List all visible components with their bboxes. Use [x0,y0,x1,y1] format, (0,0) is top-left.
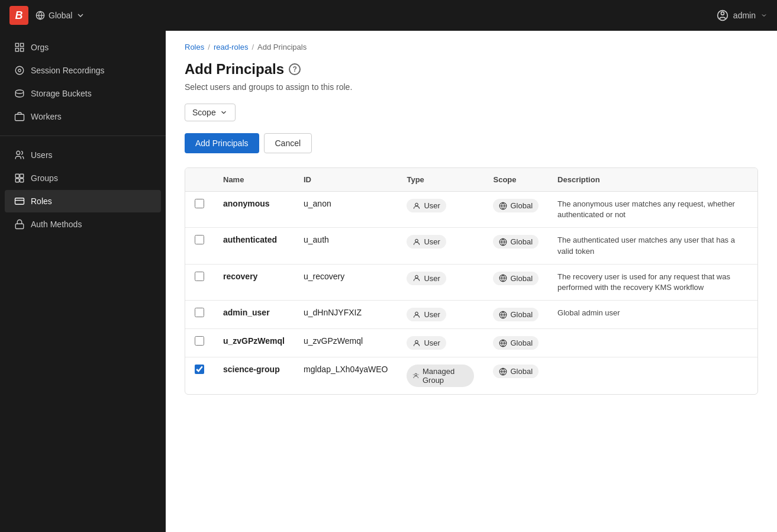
globe-scope-icon [499,202,507,210]
session-recordings-icon [14,65,25,76]
type-badge: User [407,308,446,321]
global-selector[interactable]: Global [36,11,85,20]
svg-rect-16 [15,198,24,205]
svg-rect-18 [15,224,24,228]
workers-icon [14,111,25,122]
row-description: Global admin user [548,301,757,329]
svg-rect-10 [15,114,24,121]
row-description: The authenticated user matches any user … [548,228,757,264]
row-checkbox[interactable] [195,308,204,317]
row-checkbox-cell [185,264,214,300]
table-row: authenticatedu_authUserGlobalThe authent… [185,228,757,264]
principals-table: Name ID Type Scope Description anonymous… [185,168,757,394]
row-checkbox[interactable] [195,365,204,374]
row-id: u_dHnNJYFXIZ [294,301,397,329]
sidebar-label-roles: Roles [31,196,52,206]
globe-icon [36,11,45,20]
row-scope: Global [483,301,548,329]
sidebar-label-orgs: Orgs [31,43,49,52]
svg-rect-7 [21,49,24,51]
type-badge: User [407,272,446,285]
row-scope: Global [483,264,548,300]
scope-badge: Global [493,365,539,378]
row-name: recovery [214,264,294,300]
table-body: anonymousu_anonUserGlobalThe anonymous u… [185,192,757,395]
cancel-button[interactable]: Cancel [264,133,312,153]
storage-buckets-icon [14,88,25,99]
table-row: u_zvGPzWemqlu_zvGPzWemqlUserGlobal [185,329,757,357]
help-icon[interactable]: ? [289,63,301,75]
sidebar-item-workers[interactable]: Workers [5,105,161,128]
main-content: Roles / read-roles / Add Principals Add … [166,31,777,532]
col-name: Name [214,168,294,192]
svg-point-9 [18,69,21,72]
globe-scope-icon [499,367,507,376]
sidebar-section-top: Orgs Session Recordings Storage Buckets … [0,31,166,133]
type-badge: User [407,235,446,249]
svg-rect-12 [15,174,19,178]
row-name: admin_user [214,301,294,329]
col-description: Description [548,168,757,192]
row-checkbox[interactable] [195,199,204,208]
sidebar-label-storage-buckets: Storage Buckets [31,89,92,98]
sidebar-item-auth-methods[interactable]: Auth Methods [5,213,161,236]
sidebar-item-users[interactable]: Users [5,144,161,166]
svg-rect-15 [20,179,24,182]
user-type-icon [412,238,421,246]
logo-icon[interactable]: B [9,6,28,25]
groups-icon [14,173,25,183]
sidebar-label-groups: Groups [31,173,58,183]
row-id: u_anon [294,192,397,228]
scope-badge: Global [493,272,539,285]
row-checkbox-cell [185,301,214,329]
row-description: The recovery user is used for any reques… [548,264,757,300]
table-row: admin_useru_dHnNJYFXIZUserGlobalGlobal a… [185,301,757,329]
row-description: The anonymous user matches any request, … [548,192,757,228]
row-id: u_auth [294,228,397,264]
breadcrumb-read-roles[interactable]: read-roles [214,43,249,51]
sidebar-label-auth-methods: Auth Methods [31,220,82,229]
svg-rect-13 [20,174,24,178]
add-principals-button[interactable]: Add Principals [185,133,259,153]
scope-badge: Global [493,336,539,350]
row-id: u_recovery [294,264,397,300]
table-header: Name ID Type Scope Description [185,168,757,192]
chevron-down-icon [76,11,85,20]
principals-table-container: Name ID Type Scope Description anonymous… [185,167,758,395]
globe-scope-icon [499,339,507,347]
sidebar-item-session-recordings[interactable]: Session Recordings [5,59,161,82]
row-checkbox[interactable] [195,272,204,281]
scope-badge: Global [493,308,539,321]
topbar-right[interactable]: admin [717,9,768,21]
row-checkbox-cell [185,329,214,357]
breadcrumb-sep-2: / [252,43,254,51]
svg-point-19 [415,203,418,206]
page-subtitle: Select users and groups to assign to thi… [185,82,758,92]
sidebar-item-groups[interactable]: Groups [5,167,161,189]
svg-rect-4 [15,43,18,46]
sidebar: Orgs Session Recordings Storage Buckets … [0,31,166,532]
row-checkbox[interactable] [195,336,204,346]
svg-point-25 [415,276,418,279]
row-checkbox-cell [185,192,214,228]
user-type-icon [412,202,421,210]
row-checkbox[interactable] [195,235,204,244]
scope-button[interactable]: Scope [185,104,236,121]
row-type: User [397,301,483,329]
svg-rect-6 [15,49,18,51]
svg-point-3 [721,12,724,15]
scope-chevron-icon [220,108,228,117]
sidebar-item-roles[interactable]: Roles [5,190,161,212]
topbar-left: B Global [9,6,85,25]
breadcrumb-sep-1: / [208,43,210,51]
row-name: anonymous [214,192,294,228]
user-type-icon [412,311,421,319]
breadcrumb-roles[interactable]: Roles [185,43,204,51]
scope-badge: Global [493,235,539,249]
row-scope: Global [483,228,548,264]
sidebar-item-storage-buckets[interactable]: Storage Buckets [5,82,161,105]
row-type: User [397,228,483,264]
sidebar-item-orgs[interactable]: Orgs [5,36,161,59]
breadcrumb: Roles / read-roles / Add Principals [166,31,777,51]
row-type: User [397,329,483,357]
